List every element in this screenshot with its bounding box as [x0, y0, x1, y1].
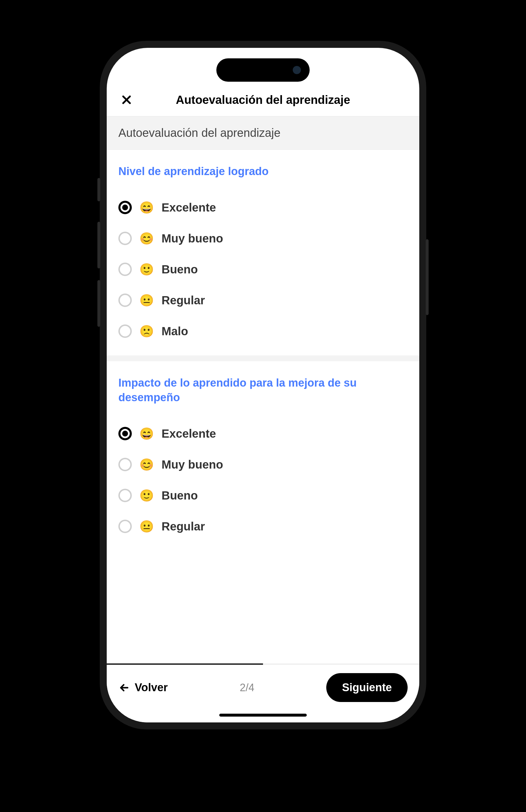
- radio-unselected[interactable]: [118, 263, 132, 276]
- home-indicator[interactable]: [219, 714, 307, 716]
- option-label: Excelente: [162, 427, 216, 440]
- emoji-grin-icon: 😄: [139, 202, 154, 213]
- emoji-slight-smile-icon: 🙂: [139, 490, 154, 501]
- option-label: Bueno: [162, 263, 198, 276]
- next-button[interactable]: Siguiente: [326, 673, 408, 702]
- radio-unselected[interactable]: [118, 293, 132, 307]
- phone-silent-switch: [97, 178, 100, 201]
- page-title: Autoevaluación del aprendizaje: [135, 93, 408, 106]
- arrow-left-icon: [118, 682, 130, 694]
- screen: Autoevaluación del aprendizaje Autoevalu…: [107, 48, 419, 722]
- option-regular[interactable]: 😐 Regular: [118, 285, 408, 316]
- radio-selected[interactable]: [118, 427, 132, 440]
- radio-unselected[interactable]: [118, 520, 132, 533]
- page-indicator: 2/4: [240, 682, 254, 694]
- option-bueno[interactable]: 🙂 Bueno: [118, 254, 408, 285]
- option-excelente[interactable]: 😄 Excelente: [118, 418, 408, 449]
- option-label: Muy bueno: [162, 232, 223, 245]
- option-regular[interactable]: 😐 Regular: [118, 511, 408, 542]
- option-label: Excelente: [162, 201, 216, 214]
- option-muy-bueno[interactable]: 😊 Muy bueno: [118, 223, 408, 254]
- radio-unselected[interactable]: [118, 232, 132, 245]
- question-title: Nivel de aprendizaje logrado: [118, 164, 408, 178]
- emoji-smile-icon: 😊: [139, 233, 154, 244]
- option-label: Malo: [162, 325, 188, 338]
- question-section-1: Nivel de aprendizaje logrado 😄 Excelente…: [107, 150, 419, 361]
- option-label: Regular: [162, 294, 205, 307]
- radio-selected[interactable]: [118, 201, 132, 214]
- emoji-smile-icon: 😊: [139, 459, 154, 470]
- emoji-grin-icon: 😄: [139, 428, 154, 439]
- phone-volume-up: [97, 222, 100, 269]
- radio-unselected[interactable]: [118, 324, 132, 338]
- question-title: Impacto de lo aprendido para la mejora d…: [118, 376, 408, 405]
- option-label: Bueno: [162, 489, 198, 502]
- phone-volume-down: [97, 280, 100, 327]
- back-label: Volver: [135, 681, 168, 694]
- option-excelente[interactable]: 😄 Excelente: [118, 192, 408, 223]
- back-button[interactable]: Volver: [118, 681, 168, 694]
- question-section-2: Impacto de lo aprendido para la mejora d…: [107, 361, 419, 551]
- phone-power-button: [426, 239, 429, 315]
- close-button[interactable]: [118, 92, 135, 108]
- content-scroll[interactable]: Nivel de aprendizaje logrado 😄 Excelente…: [107, 150, 419, 664]
- subheader: Autoevaluación del aprendizaje: [107, 116, 419, 150]
- close-icon: [121, 94, 132, 106]
- option-malo[interactable]: 🙁 Malo: [118, 316, 408, 347]
- option-bueno[interactable]: 🙂 Bueno: [118, 480, 408, 511]
- phone-frame: Autoevaluación del aprendizaje Autoevalu…: [100, 41, 426, 729]
- emoji-neutral-icon: 😐: [139, 294, 154, 306]
- radio-unselected[interactable]: [118, 489, 132, 502]
- emoji-slight-smile-icon: 🙂: [139, 263, 154, 275]
- dynamic-island: [216, 58, 310, 82]
- option-label: Muy bueno: [162, 458, 223, 471]
- option-label: Regular: [162, 520, 205, 533]
- emoji-neutral-icon: 😐: [139, 521, 154, 532]
- option-muy-bueno[interactable]: 😊 Muy bueno: [118, 449, 408, 480]
- radio-unselected[interactable]: [118, 458, 132, 471]
- emoji-frown-icon: 🙁: [139, 325, 154, 337]
